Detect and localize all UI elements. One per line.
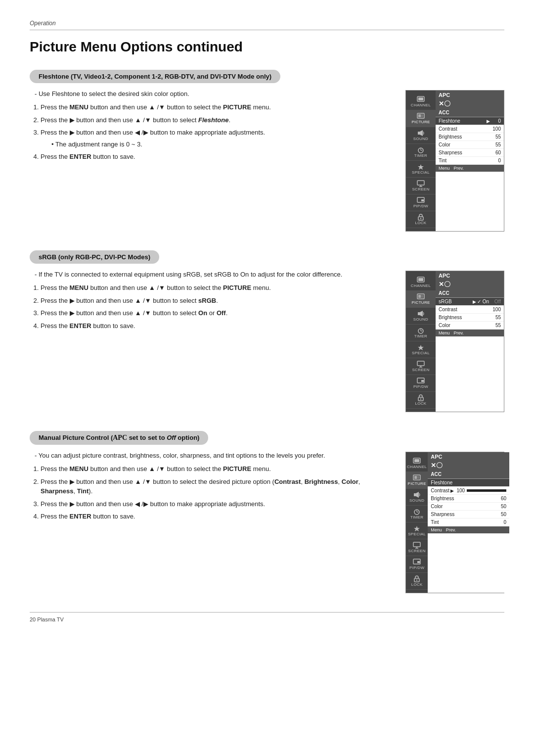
tv-footer-item[interactable]: Menu [439, 166, 450, 171]
tv-sidebar-item-sound[interactable]: SOUND [406, 489, 428, 506]
tv-sidebar-item-timer[interactable]: TIMER [406, 506, 428, 522]
tv-sidebar-item-sound[interactable]: SOUND [406, 127, 436, 144]
step-item: Press the MENU button and then use ▲ /▼ … [41, 102, 391, 112]
tv-sidebar-item-lock[interactable]: LOCK [406, 573, 428, 590]
svg-point-50 [416, 579, 417, 580]
tv-menu-row-label: Color [439, 142, 491, 147]
svg-rect-31 [421, 380, 424, 382]
tv-menu-row-3[interactable]: Color55 [436, 322, 504, 330]
tv-sidebar-item-channel[interactable]: CHANNEL [406, 455, 428, 472]
tv-menu-row-value: 60 [491, 150, 501, 155]
tv-menu-row-arrow: ▶ [450, 488, 454, 493]
dash-item: - If the TV is connected to external equ… [35, 271, 391, 278]
steps-list: Press the MENU button and then use ▲ /▼ … [41, 102, 391, 162]
tv-sidebar-fleshtone: CHANNEL PICTURE SOUND TIMER SPECIAL SCRE… [406, 91, 436, 231]
tv-menu-row-5[interactable]: Tint0 [428, 519, 509, 526]
svg-rect-18 [418, 278, 423, 281]
tv-sidebar-item-screen[interactable]: SCREEN [406, 178, 436, 194]
tv-main-manual: APC✕〇ACCFleshtoneContrast▶100Brightness6… [428, 452, 509, 593]
tv-menu-row-bar [467, 489, 506, 492]
step-item: Press the ▶ button and then use ◀ /▶ but… [41, 499, 391, 509]
tv-menu-row-label: Contrast [431, 488, 449, 493]
tv-menu-row-1[interactable]: Contrast100 [436, 125, 504, 133]
tv-menu-row-1[interactable]: Contrast▶100 [428, 487, 509, 495]
tv-sidebar-item-pip/dw[interactable]: PIP/DW [406, 375, 436, 392]
tv-menu-row-value: 55 [491, 142, 501, 147]
step-item: Press the ENTER button to save. [41, 152, 391, 162]
tv-sidebar-item-channel[interactable]: CHANNEL [406, 274, 436, 291]
tv-sidebar-item-screen[interactable]: SCREEN [406, 539, 428, 556]
step-item: Press the ENTER button to save. [41, 512, 391, 521]
tv-sidebar-item-picture[interactable]: PICTURE [406, 110, 436, 127]
tv-menu-row-2[interactable]: Brightness60 [428, 495, 509, 503]
tv-menu-row-2[interactable]: Brightness55 [436, 133, 504, 141]
tv-menu-row-0[interactable]: sRGB▶✓ OnOff [436, 298, 504, 306]
tv-footer-item[interactable]: Menu [439, 331, 450, 335]
tv-menu-row-label: Tint [431, 520, 496, 525]
top-rule [30, 30, 504, 30]
tv-sidebar-item-lock[interactable]: LOCK [406, 211, 436, 228]
tv-menu-row-value: 0 [491, 118, 501, 124]
tv-menu-row-4[interactable]: Sharpness60 [436, 149, 504, 157]
tv-sidebar-item-timer[interactable]: TIMER [406, 144, 436, 161]
tv-sidebar-item-lock[interactable]: LOCK [406, 392, 436, 409]
tv-acc: ACC [436, 109, 504, 117]
section-manual: Manual Picture Control (APC set to set t… [30, 431, 504, 593]
svg-marker-40 [416, 492, 419, 498]
tv-sidebar-item-picture[interactable]: PICTURE [406, 291, 436, 308]
tv-menu-row-0[interactable]: Fleshtone▶0 [436, 117, 504, 125]
tv-sidebar-item-screen[interactable]: SCREEN [406, 358, 436, 375]
tv-sidebar-item-timer[interactable]: TIMER [406, 325, 436, 341]
section-content-srgb: - If the TV is connected to external equ… [30, 271, 504, 412]
tv-sidebar-item-special[interactable]: SPECIAL [406, 161, 436, 178]
tv-footer-item[interactable]: Menu [431, 527, 442, 532]
tv-sidebar-item-channel[interactable]: CHANNEL [406, 94, 436, 110]
tv-menu-row-value: 55 [491, 134, 501, 140]
section-fleshtone: Fleshtone (TV, Video1-2, Component 1-2, … [30, 70, 504, 232]
tv-footer-item[interactable]: Prev. [454, 166, 464, 171]
tv-menu-row-3[interactable]: Color55 [436, 141, 504, 149]
tv-menu-header: APC [436, 271, 504, 280]
tv-menu-row-value: 55 [491, 323, 501, 328]
tv-menu-row-label: Brightness [439, 315, 491, 320]
section-content-manual: - You can adjust picture contrast, brigh… [30, 452, 504, 593]
tv-menu-row-value: 100 [455, 488, 465, 493]
step-item: Press the ▶ button and then use ▲ /▼ but… [41, 477, 391, 496]
tv-menu-row-0[interactable]: Fleshtone [428, 479, 509, 487]
svg-rect-27 [417, 361, 424, 366]
tv-sidebar-item-special[interactable]: SPECIAL [406, 341, 436, 358]
tv-menu-row-2[interactable]: Brightness55 [436, 314, 504, 322]
tv-menu-fleshtone: CHANNEL PICTURE SOUND TIMER SPECIAL SCRE… [405, 90, 504, 232]
svg-rect-48 [417, 561, 420, 563]
tv-menu-row-label: Brightness [431, 496, 496, 501]
tv-sidebar-item-sound[interactable]: SOUND [406, 308, 436, 325]
section-header-manual: Manual Picture Control (APC set to set t… [30, 431, 208, 445]
tv-menu-row-3[interactable]: Color50 [428, 503, 509, 511]
tv-menu-row-value: 50 [496, 512, 506, 517]
tv-menu-row-label: Tint [439, 158, 491, 163]
tv-menu-row-label: Fleshtone [431, 480, 506, 485]
page-title: Picture Menu Options continued [30, 39, 504, 55]
tv-sidebar-item-pip/dw[interactable]: PIP/DW [406, 556, 428, 573]
tv-menu-row-value: 0 [496, 520, 506, 525]
tv-menu-row-1[interactable]: Contrast100 [436, 306, 504, 314]
tv-menu-row-5[interactable]: Tint0 [436, 157, 504, 165]
tv-menu-row-label: Contrast [439, 307, 491, 312]
steps-list: Press the MENU button and then use ▲ /▼ … [41, 464, 391, 521]
tv-sidebar-item-picture[interactable]: PICTURE [406, 472, 428, 489]
tv-menu-row-value: 0 [491, 158, 501, 163]
tv-footer-item[interactable]: Prev. [454, 331, 464, 335]
step-item: Press the MENU button and then use ▲ /▼ … [41, 283, 391, 293]
tv-sidebar-item-pip/dw[interactable]: PIP/DW [406, 194, 436, 211]
svg-rect-22 [418, 312, 420, 315]
tv-menu-row-4[interactable]: Sharpness50 [428, 511, 509, 519]
svg-rect-5 [418, 132, 420, 135]
tv-menu-row-label: sRGB [439, 299, 472, 304]
tv-main-fleshtone: APC✕〇ACCFleshtone▶0Contrast100Brightness… [436, 91, 504, 231]
tv-sidebar-item-special[interactable]: SPECIAL [406, 522, 428, 539]
tv-menu-row-value: 100 [491, 126, 501, 132]
tv-menu-row-label: Color [431, 504, 496, 509]
tv-footer-item[interactable]: Prev. [446, 527, 456, 532]
tv-menu-row-value: 60 [496, 496, 506, 501]
step-item: Press the ▶ button and then use ▲ /▼ but… [41, 296, 391, 306]
